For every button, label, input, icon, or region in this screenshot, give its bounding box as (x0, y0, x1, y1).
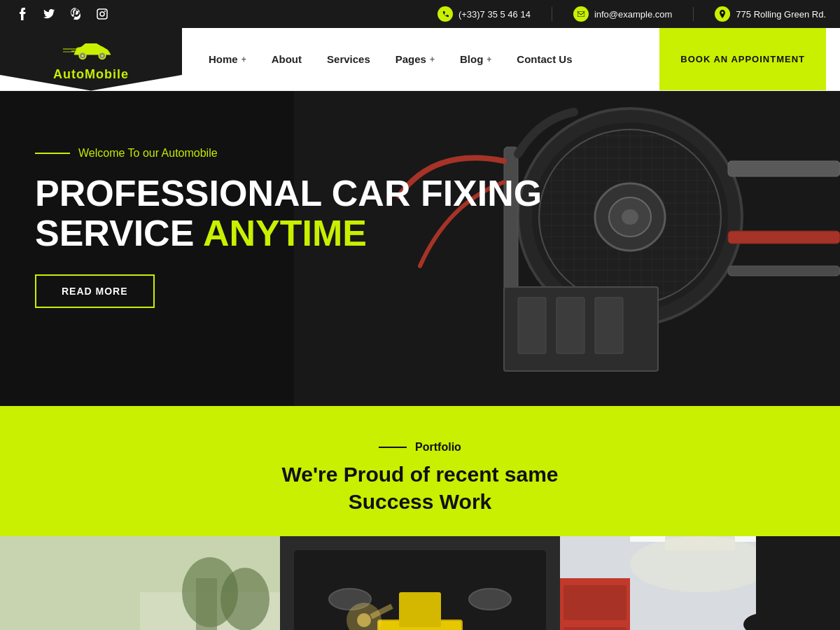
tagline-line (35, 153, 70, 154)
book-appointment-button[interactable]: BOOK AN APPOINTMENT (659, 28, 826, 90)
svg-point-8 (81, 55, 83, 57)
svg-rect-3 (578, 11, 584, 17)
email-address: info@example.com (594, 9, 672, 20)
phone-contact: (+33)7 35 5 46 14 (438, 6, 531, 22)
phone-icon (438, 6, 453, 22)
svg-rect-19 (728, 231, 840, 244)
portfolio-image-2 (280, 536, 560, 630)
portfolio-item-1[interactable] (0, 536, 280, 630)
logo[interactable]: AutoMobile (0, 28, 182, 91)
phone-number: (+33)7 35 5 46 14 (458, 9, 531, 20)
svg-rect-20 (728, 266, 840, 276)
pages-plus-icon: + (430, 55, 435, 64)
nav-home[interactable]: Home + (196, 28, 259, 90)
hero-tagline: Welcome To our Automobile (35, 147, 542, 160)
svg-point-1 (100, 12, 104, 16)
facebook-icon[interactable] (14, 6, 31, 22)
address-text: 775 Rolling Green Rd. (736, 9, 826, 20)
email-contact: info@example.com (573, 6, 672, 22)
blog-plus-icon: + (486, 55, 491, 64)
location-contact: 775 Rolling Green Rd. (715, 6, 826, 22)
nav-blog[interactable]: Blog + (447, 28, 504, 90)
portfolio-grid: Car Repaired Engine Repaired (0, 536, 840, 630)
svg-point-9 (101, 55, 103, 57)
instagram-icon[interactable] (94, 6, 111, 22)
nav-links: Home + About Services Pages + Blog + Con… (182, 28, 840, 90)
svg-rect-18 (728, 161, 840, 176)
read-more-button[interactable]: Read More (35, 274, 155, 308)
portfolio-image-1 (0, 536, 280, 630)
portfolio-label: Portfolio (0, 441, 840, 454)
home-plus-icon: + (241, 55, 246, 64)
dark-corner-overlay (756, 536, 840, 630)
svg-rect-58 (399, 592, 441, 627)
nav-services[interactable]: Services (314, 28, 383, 90)
logo-text: AutoMobile (53, 67, 129, 82)
svg-point-27 (622, 209, 638, 225)
location-icon (715, 6, 730, 22)
nav-contact[interactable]: Contact Us (504, 28, 584, 90)
portfolio-tag: Portfolio (415, 441, 461, 454)
nav-about[interactable]: About (259, 28, 314, 90)
label-line (379, 447, 407, 448)
svg-rect-76 (564, 585, 626, 620)
social-links (14, 6, 111, 22)
svg-rect-24 (595, 298, 623, 354)
portfolio-item-2[interactable]: Car Repaired Engine Repaired (280, 536, 560, 630)
navbar: AutoMobile Home + About Services Pages +… (0, 28, 840, 91)
top-bar: (+33)7 35 5 46 14 info@example.com 775 R… (0, 0, 840, 28)
svg-rect-0 (97, 9, 107, 19)
email-icon (573, 6, 589, 22)
svg-point-94 (630, 536, 770, 592)
nav-pages[interactable]: Pages + (383, 28, 447, 90)
portfolio-title: We're Proud of recent same Success Work (0, 461, 840, 515)
svg-rect-77 (564, 627, 626, 630)
hero-content: Welcome To our Automobile Professional C… (0, 91, 577, 364)
svg-point-69 (357, 613, 371, 627)
hero-title: Professional Car Fixing Service Anytime (35, 174, 542, 253)
contact-info: (+33)7 35 5 46 14 info@example.com 775 R… (438, 6, 826, 22)
svg-point-33 (220, 568, 270, 630)
pinterest-icon[interactable] (67, 6, 84, 22)
hero-section: Welcome To our Automobile Professional C… (0, 91, 840, 406)
svg-point-56 (469, 589, 511, 610)
twitter-icon[interactable] (41, 6, 57, 22)
portfolio-section: Portfolio We're Proud of recent same Suc… (0, 406, 840, 630)
tagline-text: Welcome To our Automobile (78, 147, 218, 160)
svg-point-2 (104, 10, 106, 12)
portfolio-header: Portfolio We're Proud of recent same Suc… (0, 441, 840, 515)
